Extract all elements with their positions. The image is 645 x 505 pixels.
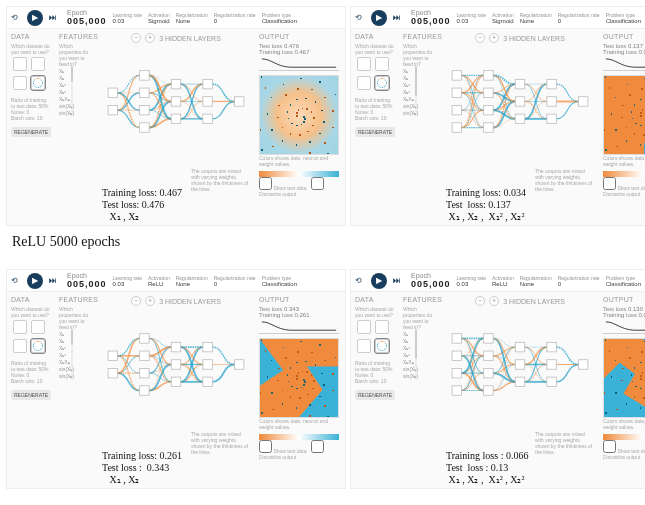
- feature-toggle[interactable]: sin(X₁): [59, 102, 93, 109]
- feature-toggle[interactable]: X₁: [403, 330, 437, 337]
- feature-toggle[interactable]: sin(X₁): [403, 365, 437, 372]
- dataset-spiral[interactable]: [31, 76, 45, 90]
- show-test-checkbox[interactable]: [603, 177, 616, 190]
- neuron[interactable]: [452, 71, 461, 80]
- neuron[interactable]: [484, 88, 493, 97]
- dataset-circle[interactable]: [357, 57, 371, 71]
- hyperparam-act[interactable]: ActivationSigmoid: [492, 12, 514, 24]
- feature-toggle[interactable]: X₁X₂: [59, 358, 93, 365]
- feature-toggle[interactable]: X₂: [59, 74, 93, 81]
- step-icon[interactable]: ⏭: [49, 13, 59, 23]
- dataset-circle[interactable]: [13, 320, 27, 334]
- add-layer-button[interactable]: +: [489, 33, 499, 43]
- neuron[interactable]: [515, 97, 524, 106]
- feature-toggle[interactable]: sin(X₁): [59, 365, 93, 372]
- neuron[interactable]: [203, 342, 212, 351]
- play-button[interactable]: ▶: [371, 273, 387, 289]
- feature-toggle[interactable]: X₂²: [59, 88, 93, 95]
- neuron[interactable]: [484, 368, 493, 377]
- feature-toggle[interactable]: X₁X₂: [59, 95, 93, 102]
- neuron[interactable]: [234, 97, 243, 106]
- play-button[interactable]: ▶: [371, 10, 387, 26]
- show-test-checkbox[interactable]: [603, 440, 616, 453]
- neuron[interactable]: [484, 123, 493, 132]
- dataset-spiral[interactable]: [375, 76, 389, 90]
- reset-icon[interactable]: ⟲: [355, 13, 365, 23]
- feature-toggle[interactable]: X₂²: [403, 88, 437, 95]
- add-layer-button[interactable]: +: [145, 33, 155, 43]
- feature-toggle[interactable]: X₁²: [59, 81, 93, 88]
- dataset-circle[interactable]: [357, 320, 371, 334]
- feature-toggle[interactable]: X₂: [59, 337, 93, 344]
- neuron[interactable]: [547, 79, 556, 88]
- regenerate-button[interactable]: REGENERATE: [355, 390, 395, 400]
- neuron[interactable]: [452, 351, 461, 360]
- hyperparam-reg[interactable]: RegularizationNone: [520, 275, 552, 287]
- neuron[interactable]: [484, 71, 493, 80]
- feature-toggle[interactable]: sin(X₂): [59, 372, 93, 379]
- hyperparam-act[interactable]: ActivationSigmoid: [148, 12, 170, 24]
- step-icon[interactable]: ⏭: [49, 276, 59, 286]
- feature-toggle[interactable]: X₁X₂: [403, 358, 437, 365]
- regenerate-button[interactable]: REGENERATE: [11, 390, 51, 400]
- hyperparam-regr[interactable]: Regularization rate0: [558, 275, 600, 287]
- dataset-xor[interactable]: [31, 57, 45, 71]
- neuron[interactable]: [484, 105, 493, 114]
- neuron[interactable]: [140, 386, 149, 395]
- dataset-xor[interactable]: [375, 57, 389, 71]
- feature-box[interactable]: [415, 108, 417, 117]
- remove-layer-button[interactable]: −: [475, 33, 485, 43]
- feature-toggle[interactable]: sin(X₂): [403, 109, 437, 116]
- feature-toggle[interactable]: X₂: [403, 74, 437, 81]
- neuron[interactable]: [140, 88, 149, 97]
- neuron[interactable]: [171, 377, 180, 386]
- neuron[interactable]: [171, 114, 180, 123]
- dataset-gauss[interactable]: [13, 339, 27, 353]
- neuron[interactable]: [171, 97, 180, 106]
- neuron[interactable]: [203, 114, 212, 123]
- reset-icon[interactable]: ⟲: [11, 13, 21, 23]
- neuron[interactable]: [140, 334, 149, 343]
- feature-toggle[interactable]: sin(X₁): [403, 102, 437, 109]
- hyperparam-lr[interactable]: Learning rate0.03: [113, 275, 142, 287]
- hyperparam-lr[interactable]: Learning rate0.03: [457, 275, 486, 287]
- neuron[interactable]: [171, 79, 180, 88]
- dataset-gauss[interactable]: [13, 76, 27, 90]
- neuron[interactable]: [452, 123, 461, 132]
- neuron[interactable]: [515, 342, 524, 351]
- dataset-gauss[interactable]: [357, 76, 371, 90]
- step-icon[interactable]: ⏭: [393, 13, 403, 23]
- neuron[interactable]: [578, 97, 587, 106]
- feature-toggle[interactable]: X₁X₂: [403, 95, 437, 102]
- feature-toggle[interactable]: X₁: [59, 330, 93, 337]
- neuron[interactable]: [140, 123, 149, 132]
- dataset-gauss[interactable]: [357, 339, 371, 353]
- discretize-checkbox[interactable]: [311, 177, 324, 190]
- hyperparam-regr[interactable]: Regularization rate0: [214, 275, 256, 287]
- show-test-checkbox[interactable]: [259, 177, 272, 190]
- show-test-checkbox[interactable]: [259, 440, 272, 453]
- neuron[interactable]: [171, 360, 180, 369]
- neuron[interactable]: [484, 351, 493, 360]
- neuron[interactable]: [515, 114, 524, 123]
- hyperparam-act[interactable]: ActivationReLU: [148, 275, 170, 287]
- feature-toggle[interactable]: X₁²: [403, 344, 437, 351]
- neuron[interactable]: [515, 360, 524, 369]
- hyperparam-regr[interactable]: Regularization rate0: [214, 12, 256, 24]
- hyperparam-reg[interactable]: RegularizationNone: [176, 12, 208, 24]
- dataset-xor[interactable]: [375, 320, 389, 334]
- feature-toggle[interactable]: sin(X₂): [59, 109, 93, 116]
- feature-toggle[interactable]: X₂²: [59, 351, 93, 358]
- hyperparam-reg[interactable]: RegularizationNone: [520, 12, 552, 24]
- feature-box[interactable]: [415, 371, 417, 380]
- neuron[interactable]: [578, 360, 587, 369]
- regenerate-button[interactable]: REGENERATE: [11, 127, 51, 137]
- neuron[interactable]: [547, 342, 556, 351]
- hyperparam-lr[interactable]: Learning rate0.03: [113, 12, 142, 24]
- add-layer-button[interactable]: +: [145, 296, 155, 306]
- neuron[interactable]: [203, 79, 212, 88]
- remove-layer-button[interactable]: −: [131, 33, 141, 43]
- neuron[interactable]: [452, 386, 461, 395]
- feature-toggle[interactable]: X₁: [59, 67, 93, 74]
- hyperparam-prob[interactable]: Problem typeClassification: [606, 12, 641, 24]
